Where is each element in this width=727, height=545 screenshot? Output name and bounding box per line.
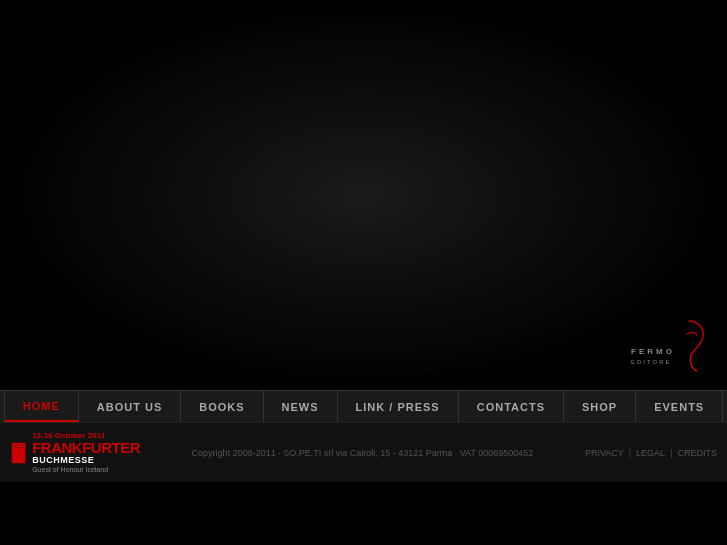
- footer-link-privacy[interactable]: PRIVACY: [585, 448, 624, 458]
- footer-copyright: Copyright 2008-2011 · SO.PE.TI srl via C…: [140, 448, 585, 458]
- footer-bar: 12-16 October 2011 FRANKFURTER BUCHMESSE…: [0, 422, 727, 482]
- nav-items-container: HOME ABOUT US BOOKS NEWS LINK / PRESS CO…: [4, 391, 723, 422]
- nav-item-shop[interactable]: SHOP: [564, 391, 636, 422]
- nav-item-books[interactable]: BOOKS: [181, 391, 263, 422]
- svg-text:FERMO: FERMO: [631, 347, 675, 356]
- nav-item-contacts[interactable]: CONTACTS: [459, 391, 564, 422]
- frankfurt-guest: Guest of Honour Iceland: [32, 466, 140, 474]
- nav-item-news[interactable]: NEWS: [264, 391, 338, 422]
- svg-text:EDITORE: EDITORE: [631, 359, 672, 365]
- svg-rect-3: [13, 444, 23, 446]
- footer-divider-1: |: [629, 448, 631, 458]
- frankfurt-icon: [10, 438, 27, 468]
- footer-divider-2: |: [670, 448, 672, 458]
- nav-item-events[interactable]: EVENTS: [636, 391, 723, 422]
- nav-item-about[interactable]: ABOUT US: [79, 391, 181, 422]
- footer-link-credits[interactable]: CREDITS: [677, 448, 717, 458]
- footer-links: PRIVACY | LEGAL | CREDITS: [585, 448, 717, 458]
- navigation-bar: HOME ABOUT US BOOKS NEWS LINK / PRESS CO…: [0, 390, 727, 422]
- svg-rect-4: [13, 446, 23, 447]
- frankfurt-logo-area: 12-16 October 2011 FRANKFURTER BUCHMESSE…: [10, 431, 140, 475]
- frankfurt-main-line2: BUCHMESSE: [32, 455, 140, 466]
- frankfurt-main-line1: FRANKFURTER: [32, 440, 140, 455]
- main-content-area: FERMO EDITORE: [0, 0, 727, 390]
- logo-area: FERMO EDITORE: [629, 316, 719, 385]
- nav-item-link-press[interactable]: LINK / PRESS: [338, 391, 459, 422]
- footer-link-legal[interactable]: LEGAL: [636, 448, 665, 458]
- frankfurt-text: 12-16 October 2011 FRANKFURTER BUCHMESSE…: [32, 431, 140, 475]
- nav-item-home[interactable]: HOME: [4, 391, 79, 422]
